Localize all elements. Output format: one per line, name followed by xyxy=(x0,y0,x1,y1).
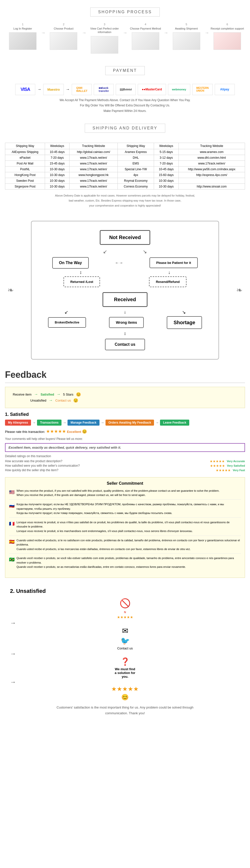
step-label-5: Receipt completion support xyxy=(211,27,244,30)
nav-btn-0[interactable]: My Aliexpress xyxy=(5,420,31,426)
step-image-5 xyxy=(214,32,241,50)
step-item-1: 2 Choose Product xyxy=(46,23,81,50)
comments-text: Your comments will help other buyers! Pl… xyxy=(5,437,245,441)
contact-label-unsat: Contact us xyxy=(117,646,133,650)
step-item-0: 1 Log In Register xyxy=(5,23,40,50)
step-image-3 xyxy=(132,32,159,50)
payment-method-2: QIWIWALLET xyxy=(72,84,92,95)
fc-broken: Broken/Defective xyxy=(48,317,86,328)
step-label-0: Log In Register xyxy=(13,27,32,30)
feedback-flow-box: Receive item → Satisfied → 5 Stars 😊 Uns… xyxy=(5,387,245,408)
step-num-0: 1 xyxy=(22,23,24,26)
payment-method-7: WESTERNUNION xyxy=(192,84,213,95)
rate-text: Please rate this transaction: xyxy=(5,430,45,434)
payment-note: We Accept All The Payment Methods Above.… xyxy=(5,98,245,114)
shipping-title: SHIPPING AND DELIVERY xyxy=(85,124,165,133)
feedback-title: Feedback xyxy=(5,370,245,383)
table-row: AliExpress Shipping10-45 dayshttp://glob… xyxy=(5,149,245,155)
step-item-4: 5 Awaiting Shipment xyxy=(169,23,204,50)
unsatisfied-flow: 🚫 N ★★★★★ → ✉ 🐦 Contact us → ❓ We must f… xyxy=(10,598,240,701)
step-item-5: 6 Receipt completion support xyxy=(210,23,245,50)
feedback-section: Feedback Receive item → Satisfied → 5 St… xyxy=(0,365,250,726)
payment-title: PAYMENT xyxy=(105,66,145,75)
commitment-item-3: 🇪🇸 Cuando usted recibe el producto, si l… xyxy=(9,538,241,554)
nav-btn-4[interactable]: Leave Feedback xyxy=(160,420,189,426)
flag-0: 🇺🇸 xyxy=(9,489,14,496)
table-row: PostNL10-30 dayswww.17track.net/en/Speci… xyxy=(5,166,245,172)
rating-row-1: How satisfied were you with the seller's… xyxy=(5,464,245,468)
step-num-3: 4 xyxy=(145,23,146,26)
fc-not-received: Not Received xyxy=(100,230,150,245)
step-num-4: 5 xyxy=(185,23,187,26)
fc-resend-refund: Resend/Refund xyxy=(149,276,186,287)
step-arrow-4: → xyxy=(204,30,210,36)
commitment-item-2: 🇫🇷 Lorsque vous recevez le produit, si v… xyxy=(9,520,241,536)
unsatisfied-title: 2. Unsatisfied xyxy=(10,588,240,594)
payment-method-6: webmoney xyxy=(168,84,190,95)
payment-method-0: VISA xyxy=(15,84,35,95)
detailed-title: Detailed ratings on this transaction xyxy=(5,455,245,458)
fc-please-patient: Please be Patient for it xyxy=(149,257,198,268)
commitment-item-1: 🇷🇺 Когда вы получаете продукт, если вы Н… xyxy=(9,502,241,518)
rate-text-row: Please rate this transaction: ★★★★★ Exce… xyxy=(5,429,245,434)
step-label-1: Choose Product xyxy=(54,27,73,30)
payment-method-1: Maestro xyxy=(43,84,64,95)
nav-btn-1[interactable]: Transactions xyxy=(37,420,62,426)
detailed-ratings: Detailed ratings on this transaction How… xyxy=(5,455,245,472)
step-arrow-1: → xyxy=(81,30,87,36)
table-row: Sirgerpore Post10-30 dayswww.17track.net… xyxy=(5,184,245,189)
step-label-4: Awaiting Shipment xyxy=(175,27,198,30)
flag-2: 🇫🇷 xyxy=(9,520,14,528)
step-num-1: 2 xyxy=(63,23,64,26)
solution-label: We must finda solution foryou. xyxy=(115,667,135,679)
step-item-2: 3 View Cart Perfect order information xyxy=(87,23,122,54)
fc-received: Received xyxy=(103,292,147,307)
shipping-section: SHIPPING AND DELIVERY Shipping WayWeekda… xyxy=(0,119,250,216)
commitment-item-0: 🇺🇸 When you receive the product, if you … xyxy=(9,489,241,500)
table-row: HongKong Post10-30 dayswww.hongkongpost.… xyxy=(5,172,245,178)
ornament-left: ❧ xyxy=(7,286,14,294)
seller-commitment-title: Seller Commitment xyxy=(9,481,241,486)
step-image-0 xyxy=(9,32,36,50)
table-row: Sweden Post10-30 dayswww.17track.net/en/… xyxy=(5,178,245,184)
rating-row-0: How accurate was the product description… xyxy=(5,459,245,463)
nav-btn-2[interactable]: Manage Feedback xyxy=(68,420,99,426)
final-note: Customers' satisfaction is the most impo… xyxy=(10,705,240,716)
step-arrow-0: → xyxy=(40,30,46,36)
payment-method-5: ●●MasterCard xyxy=(138,84,166,95)
fc-wrong-items: Wrong items xyxy=(109,317,144,328)
seller-commitment: Seller Commitment 🇺🇸 When you receive th… xyxy=(5,477,245,578)
shipping-table: Shipping WayWeekdaysTracking WebsiteShip… xyxy=(5,143,245,189)
satisfied-title: 1. Satisfied xyxy=(5,412,245,417)
commitment-item-4: 🇧🇷 Quando você receber o produto, se voc… xyxy=(9,556,241,571)
payment-method-8: Alipay xyxy=(215,84,235,95)
fc-contact-us: Contact us xyxy=(105,339,145,350)
unsatisfied-label: Unsatisfied xyxy=(30,399,46,402)
no-stop-item: 🚫 N ★★★★★ xyxy=(10,598,240,619)
step-image-2 xyxy=(91,36,118,54)
ornament-right: ❧ xyxy=(236,286,243,294)
flowchart-section: ❧ Not Received ↙ ↘ On The Way xyxy=(0,216,250,365)
unsatisfied-section: 2. Unsatisfied 🚫 N ★★★★★ → ✉ 🐦 Contact u… xyxy=(5,583,245,721)
rating-row-2: How quickly did the seller ship the item… xyxy=(5,468,245,472)
payment-section: PAYMENT VISA→Maestro→QIWIWALLET■■banktra… xyxy=(0,61,250,119)
shopping-process-section: SHOPPING PROCESS 1 Log In Register → 2 C… xyxy=(0,0,250,61)
steps-container: 1 Log In Register → 2 Choose Product → 3… xyxy=(5,23,245,54)
fc-shortage: Shortage xyxy=(167,316,202,329)
flag-4: 🇧🇷 xyxy=(9,556,14,563)
shopping-process-title: SHOPPING PROCESS xyxy=(90,7,159,17)
payment-method-4: |||||Boletol xyxy=(116,84,136,95)
step-label-2: View Cart Perfect order information xyxy=(87,27,122,34)
fc-on-the-way: On The Way xyxy=(52,257,89,269)
flag-3: 🇪🇸 xyxy=(9,538,14,546)
nav-btn-3[interactable]: Orders Awaiting My Feedback xyxy=(106,420,154,426)
step-image-4 xyxy=(173,32,200,50)
table-row: ePacket7-20 dayswww.17track.net/en/DHL3-… xyxy=(5,155,245,161)
5stars-label: 5 Stars xyxy=(63,393,73,396)
fc-returned-lost: Returned /Lost xyxy=(64,276,100,287)
step-num-2: 3 xyxy=(104,23,105,26)
feedback-quote: Excellent item, exactly as described, qu… xyxy=(5,443,245,452)
step-label-3: Choose Payment Method xyxy=(130,27,161,30)
step-item-3: 4 Choose Payment Method xyxy=(128,23,163,50)
receive-item-label: Receive item xyxy=(13,393,32,396)
